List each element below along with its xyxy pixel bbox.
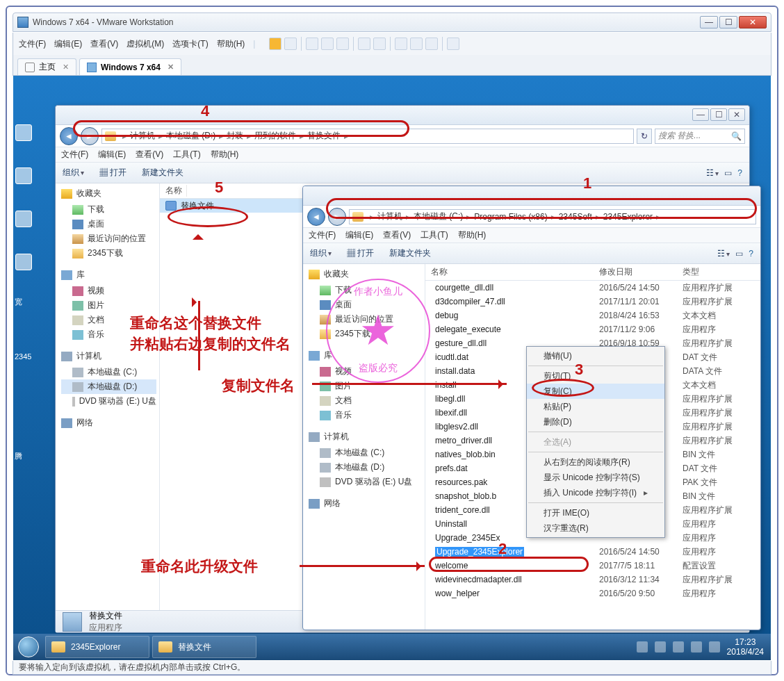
- context-menu-item[interactable]: 粘贴(P): [527, 399, 664, 414]
- tray-icon[interactable]: [637, 641, 648, 653]
- toolbar-icon[interactable]: [395, 38, 407, 50]
- toolbar-icon[interactable]: [306, 38, 318, 50]
- toolbar-icon[interactable]: [447, 38, 459, 50]
- menu-help[interactable]: 帮助(H): [458, 229, 487, 241]
- search-icon: 🔍: [731, 131, 742, 141]
- preview-button[interactable]: ▭: [735, 249, 743, 259]
- open-button[interactable]: ▦ 打开: [347, 247, 374, 259]
- taskbar-button[interactable]: 2345Explorer: [45, 636, 149, 658]
- organize-button[interactable]: 组织▾: [310, 247, 332, 259]
- menu-file[interactable]: 文件(F): [61, 149, 88, 161]
- vmware-icon: [17, 17, 28, 28]
- tab-close-icon[interactable]: ✕: [168, 63, 174, 72]
- context-menu-item[interactable]: 汉字重选(R): [527, 520, 664, 536]
- search-input[interactable]: 搜索 替换... 🔍: [655, 129, 745, 144]
- navigation-tree[interactable]: 收藏夹 下载 桌面 最近访问的位置 2345下载 库 视频 图片 文档 音乐 计…: [56, 183, 160, 610]
- context-menu-item[interactable]: 插入 Unicode 控制字符(I)▸: [527, 485, 664, 500]
- help-button[interactable]: ?: [737, 168, 742, 178]
- window-caption[interactable]: — ☐ ✕: [56, 106, 749, 125]
- toolbar-icon[interactable]: [410, 38, 423, 50]
- close-button[interactable]: ✕: [728, 108, 745, 121]
- tab-close-icon[interactable]: ✕: [63, 63, 69, 72]
- window-caption[interactable]: [303, 186, 760, 206]
- toolbar-icon[interactable]: [321, 38, 334, 50]
- menu-view[interactable]: 查看(V): [383, 229, 411, 241]
- desktop-icon[interactable]: [15, 124, 32, 141]
- refresh-button[interactable]: ↻: [637, 129, 652, 144]
- table-row[interactable]: wow_helper2016/5/20 9:50应用程序: [425, 586, 760, 600]
- menu-view[interactable]: 查看(V): [136, 149, 163, 161]
- help-button[interactable]: ?: [749, 249, 753, 259]
- menu-tools[interactable]: 工具(T): [173, 149, 200, 161]
- context-menu-item[interactable]: 剪切(T): [527, 368, 664, 384]
- breadcrumb[interactable]: ▸ 计算机▸ 本地磁盘 (C:)▸ Program Files (x86)▸ 2…: [349, 209, 756, 224]
- folder-icon: [158, 641, 172, 653]
- view-button[interactable]: ☷▾: [717, 249, 730, 259]
- toolbar-icon[interactable]: [373, 38, 386, 50]
- open-button[interactable]: ▦ 打开: [99, 167, 126, 179]
- menu-file[interactable]: 文件(F): [19, 38, 46, 50]
- maximize-button[interactable]: ☐: [710, 108, 727, 121]
- taskbar-button[interactable]: 替换文件: [152, 636, 256, 658]
- newfolder-button[interactable]: 新建文件夹: [389, 247, 431, 259]
- preview-button[interactable]: ▭: [724, 168, 732, 178]
- desktop-icon[interactable]: [15, 211, 32, 227]
- tray-icon[interactable]: [673, 641, 684, 653]
- tray-icon[interactable]: [709, 641, 720, 653]
- back-button[interactable]: ◄: [60, 127, 78, 145]
- newfolder-button[interactable]: 新建文件夹: [142, 167, 183, 179]
- toolbar-icon[interactable]: [358, 38, 370, 50]
- context-menu-item[interactable]: 撤销(U): [527, 348, 664, 363]
- minimize-button[interactable]: —: [700, 16, 718, 28]
- desktop-icon[interactable]: [15, 167, 32, 184]
- menu-file[interactable]: 文件(F): [309, 229, 336, 241]
- pause-icon[interactable]: [269, 38, 281, 50]
- folder-icon: [105, 131, 116, 141]
- minimize-button[interactable]: —: [692, 108, 709, 121]
- menu-tools[interactable]: 工具(T): [420, 229, 448, 241]
- start-button[interactable]: [13, 634, 44, 660]
- close-button[interactable]: ✕: [739, 16, 767, 28]
- tab-vm[interactable]: Windows 7 x64 ✕: [79, 58, 181, 75]
- menu-help[interactable]: 帮助(H): [211, 149, 239, 161]
- table-row[interactable]: d3dcompiler_47.dll2017/11/1 20:01应用程序扩展: [425, 295, 760, 309]
- back-button[interactable]: ◄: [307, 208, 325, 226]
- desktop-icon[interactable]: [15, 254, 32, 270]
- forward-button[interactable]: ►: [81, 127, 99, 145]
- toolbar-icon[interactable]: [425, 38, 438, 50]
- toolbar-icon[interactable]: [284, 38, 297, 50]
- table-row[interactable]: courgette_dll.dll2016/5/24 14:50应用程序扩展: [425, 281, 760, 295]
- context-menu-item[interactable]: 从右到左的阅读顺序(R): [527, 454, 664, 470]
- table-row[interactable]: delegate_execute2017/11/2 9:06应用程序: [425, 322, 760, 336]
- table-row[interactable]: debug2018/4/24 16:53文本文档: [425, 309, 760, 322]
- organize-button[interactable]: 组织▾: [63, 167, 84, 179]
- tab-home[interactable]: 主页 ✕: [17, 58, 76, 75]
- table-row[interactable]: welcome2017/7/5 18:11配置设置: [425, 559, 760, 573]
- context-menu[interactable]: 撤销(U)剪切(T)复制(C)粘贴(P)删除(D)全选(A)从右到左的阅读顺序(…: [526, 346, 665, 538]
- context-menu-item[interactable]: 打开 IME(O): [527, 505, 664, 520]
- explorer-menubar: 文件(F) 编辑(E) 查看(V) 工具(T) 帮助(H): [56, 147, 749, 163]
- context-menu-item[interactable]: 复制(C): [527, 384, 664, 399]
- navigation-tree[interactable]: 收藏夹 下载 桌面 最近访问的位置 2345下载 库 视频 图片 文档 音乐 计…: [303, 264, 425, 630]
- tray-icon[interactable]: [655, 641, 666, 653]
- menu-edit[interactable]: 编辑(E): [54, 38, 82, 50]
- table-row[interactable]: widevinecdmadapter.dll2016/3/12 11:34应用程…: [425, 573, 760, 586]
- breadcrumb[interactable]: ▸ 计算机▸ 本地磁盘 (D:)▸ 封装▸ 用到的软件▸ 替换文件▸: [101, 129, 634, 144]
- tray-icon[interactable]: [691, 641, 702, 653]
- context-menu-item[interactable]: 全选(A): [527, 434, 664, 450]
- forward-button[interactable]: ►: [328, 208, 346, 226]
- table-row[interactable]: Upgrade_2345Explorer2016/5/24 14:50应用程序: [425, 545, 760, 559]
- menu-edit[interactable]: 编辑(E): [345, 229, 373, 241]
- clock[interactable]: 17:23 2018/4/24: [727, 637, 764, 657]
- view-button[interactable]: ☷▾: [706, 168, 719, 178]
- menu-view[interactable]: 查看(V): [90, 38, 118, 50]
- toolbar-icon[interactable]: [336, 38, 349, 50]
- file-icon: [63, 612, 82, 632]
- maximize-button[interactable]: ☐: [719, 16, 737, 28]
- context-menu-item[interactable]: 删除(D): [527, 414, 664, 429]
- context-menu-item[interactable]: 显示 Unicode 控制字符(S): [527, 470, 664, 485]
- menu-vm[interactable]: 虚拟机(M): [126, 38, 164, 50]
- menu-help[interactable]: 帮助(H): [217, 38, 245, 50]
- menu-tabs[interactable]: 选项卡(T): [172, 38, 208, 50]
- menu-edit[interactable]: 编辑(E): [98, 149, 126, 161]
